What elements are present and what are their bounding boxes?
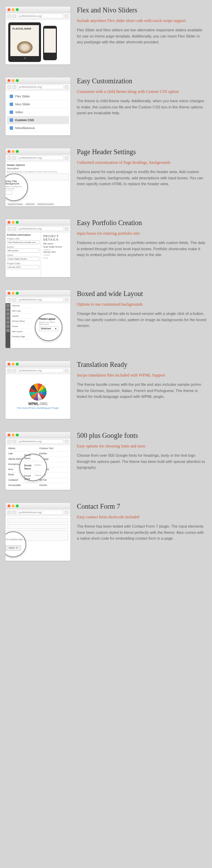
feature-title: Contact Form 7 [77,502,207,510]
browser-chrome [6,290,70,296]
url-bar: portfoliotheme.org/ [6,13,70,20]
feature-row: portfoliotheme.org/ Flex SliderNivo Slid… [0,71,212,142]
feature-content: Page Header Settings Unlimited customiza… [77,148,207,207]
feature-row: portfoliotheme.org/ WPML.ORG The WordPre… [0,354,212,425]
feature-description: Change the layout of the site to boxed v… [77,311,207,329]
back-icon [8,511,11,514]
forward-icon [12,440,16,443]
url-bar: portfoliotheme.org/ [6,225,70,232]
maximize-dot [16,363,19,366]
browser-chrome [6,148,70,155]
item-icon [10,103,13,106]
maximize-dot [16,292,19,295]
url-field: portfoliotheme.org/ [17,368,63,373]
preview-window: portfoliotheme.org/ GeneralSite LogoHead… [5,290,71,348]
minimize-dot [12,434,14,436]
feature-description: Flex Slider and Nivo sliders are two alt… [77,27,207,45]
feature-row: portfoliotheme.org/ I AM A HUMAN AND 4 +… [0,496,212,567]
item-icon [10,126,13,130]
feature-row: portfoliotheme.org/ Header Options Descr… [0,142,212,213]
feature-subtitle: mo/po translation files included with WP… [77,372,207,378]
form-input [8,518,68,523]
preview-window: portfoliotheme.org/ Header Options Descr… [5,148,71,207]
browser-chrome [6,361,70,367]
reload-icon [65,298,68,301]
url-field: portfoliotheme.org/ [17,226,63,231]
forward-icon [12,85,16,89]
send-button: Send✈ [6,545,21,551]
maximize-dot [16,150,19,153]
preview-window: portfoliotheme.org/ AllertaCrimson TextL… [5,432,71,490]
forward-icon [12,511,16,514]
close-dot [8,79,10,82]
url-bar: portfoliotheme.org/ [6,296,70,303]
feature-content: Translation Ready mo/po translation file… [77,361,207,419]
forward-icon [12,227,16,231]
url-bar: portfoliotheme.org/ [6,155,70,161]
feature-title: 500 plus Google fonts [77,432,207,440]
url-bar: portfoliotheme.org/ [6,509,70,516]
reload-icon [65,227,68,231]
feature-content: Contact Form 7 Easy contact form shortco… [77,502,207,561]
feature-row: portfoliotheme.org/ Flex and Nivo Slider… [0,0,212,71]
preview-window: portfoliotheme.org/ Flex SliderNivo Slid… [5,77,71,136]
minimize-dot [12,150,14,153]
feature-description: The theme is child theme ready. Addition… [77,98,207,116]
forward-icon [12,369,16,372]
admin-item: Flex Slider [7,93,69,100]
feature-row: portfoliotheme.org/ AllertaCrimson TextL… [0,425,212,496]
forward-icon [12,298,16,301]
reload-icon [65,156,68,160]
admin-item: Miscellaneous [7,124,69,132]
feature-title: Boxed and wide Layout [77,290,207,298]
browser-chrome [6,503,70,509]
minimize-dot [12,8,14,11]
magnify-lens: Droid SansMaidenDroid SansMaidenDroid Se… [19,454,47,481]
feature-title: Flex and Nivo Sliders [77,6,207,14]
browser-chrome [6,432,70,438]
feature-subtitle: Include anywhere Flex slider short code … [77,18,207,24]
reload-icon [65,440,68,443]
maximize-dot [16,79,19,82]
item-icon [10,110,13,114]
feature-subtitle: Options to use customised backgrounds [77,301,207,307]
feature-content: 500 plus Google fonts Easy options for c… [77,432,207,490]
feature-title: Translation Ready [77,361,207,369]
minimize-dot [12,505,14,507]
feature-description: Choose from over 500 Google fonts for he… [77,453,207,471]
browser-chrome [6,219,70,225]
feature-title: Easy Portfolio Creation [77,219,207,227]
url-field: portfoliotheme.org/ [17,85,63,89]
feature-content: Easy Portfolio Creation Input boxes for … [77,219,207,277]
preview-body: WPML.ORG The WordPress Multilingual Plug… [6,374,70,419]
feature-subtitle: Unlimited customization of Page headings… [77,159,207,166]
send-icon: ✈ [16,547,18,549]
feature-row: portfoliotheme.org/ Portfolio Informatio… [0,213,212,284]
maximize-dot [16,8,19,11]
minimize-dot [12,79,14,82]
admin-item: Custom CSS [7,116,69,124]
admin-rail [6,303,10,348]
close-dot [8,505,10,507]
forward-icon [12,14,16,18]
feature-description: The theme bundle comes with the pot file… [77,382,207,400]
url-bar: portfoliotheme.org/ [6,84,70,91]
forward-icon [12,156,16,160]
back-icon [8,14,11,18]
preview-body: GeneralSite LogoHeaderPrimary MenuFooter… [6,303,70,348]
reload-icon [65,511,68,514]
reload-icon [65,369,68,372]
feature-description: The theme has been tested with Contact F… [77,523,207,542]
maximize-dot [16,434,19,436]
wpml-logo: WPML.ORG [28,402,48,406]
maximize-dot [16,505,19,507]
url-field: portfoliotheme.org/ [17,14,63,18]
url-field: portfoliotheme.org/ [17,156,63,160]
preview-window: portfoliotheme.org/ Portfolio Informatio… [5,219,71,277]
close-dot [8,8,10,11]
close-dot [8,221,10,224]
item-icon [10,95,13,98]
phone-mock [43,26,57,60]
preview-body [6,20,70,64]
preview-body: Portfolio Information Project URLhttp://… [6,232,70,277]
